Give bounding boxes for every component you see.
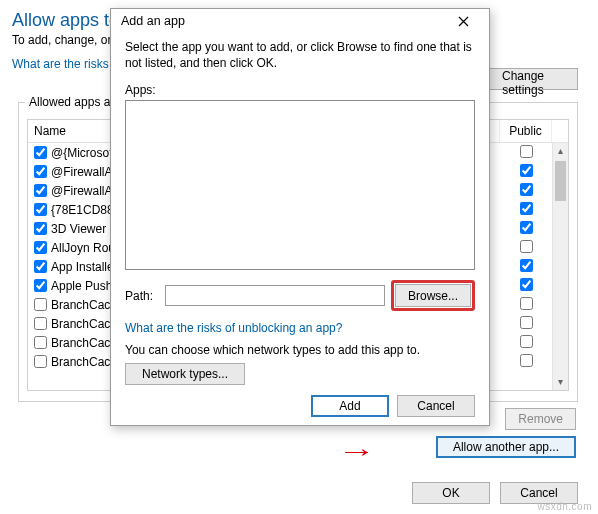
- add-button[interactable]: Add: [311, 395, 389, 417]
- row-enable-checkbox[interactable]: [34, 203, 47, 216]
- row-name-label: 3D Viewer: [51, 222, 106, 236]
- row-enable-checkbox[interactable]: [34, 317, 47, 330]
- row-name-label: @{Microsoft: [51, 146, 116, 160]
- row-public-checkbox[interactable]: [520, 202, 533, 215]
- ok-button[interactable]: OK: [412, 482, 490, 504]
- row-name-label: BranchCach: [51, 298, 117, 312]
- annotation-arrow-icon: →: [338, 436, 377, 467]
- row-public-checkbox[interactable]: [520, 183, 533, 196]
- unblock-risks-link[interactable]: What are the risks of unblocking an app?: [125, 321, 342, 335]
- group-label: Allowed apps an: [25, 95, 121, 109]
- row-enable-checkbox[interactable]: [34, 222, 47, 235]
- row-enable-checkbox[interactable]: [34, 146, 47, 159]
- row-enable-checkbox[interactable]: [34, 355, 47, 368]
- row-enable-checkbox[interactable]: [34, 165, 47, 178]
- row-public-checkbox[interactable]: [520, 164, 533, 177]
- row-public-checkbox[interactable]: [520, 145, 533, 158]
- apps-list-label: Apps:: [125, 83, 475, 97]
- remove-button[interactable]: Remove: [505, 408, 576, 430]
- row-name-label: App Installer: [51, 260, 118, 274]
- add-app-dialog: Add an app Select the app you want to ad…: [110, 8, 490, 426]
- row-enable-checkbox[interactable]: [34, 184, 47, 197]
- path-input[interactable]: [165, 285, 385, 306]
- row-enable-checkbox[interactable]: [34, 336, 47, 349]
- row-public-checkbox[interactable]: [520, 259, 533, 272]
- row-enable-checkbox[interactable]: [34, 260, 47, 273]
- risks-link[interactable]: What are the risks: [12, 57, 109, 71]
- row-public-checkbox[interactable]: [520, 354, 533, 367]
- row-name-label: AllJoyn Rout: [51, 241, 118, 255]
- path-label: Path:: [125, 289, 157, 303]
- apps-listbox[interactable]: [125, 100, 475, 270]
- row-name-label: BranchCach: [51, 317, 117, 331]
- scroll-down-icon[interactable]: ▾: [553, 374, 568, 390]
- dialog-title: Add an app: [121, 14, 445, 28]
- row-enable-checkbox[interactable]: [34, 241, 47, 254]
- row-name-label: BranchCach: [51, 336, 117, 350]
- row-name-label: BranchCach: [51, 355, 117, 369]
- row-enable-checkbox[interactable]: [34, 298, 47, 311]
- browse-button[interactable]: Browse...: [395, 284, 471, 307]
- dialog-titlebar: Add an app: [111, 9, 489, 33]
- allow-another-app-button[interactable]: Allow another app...: [436, 436, 576, 458]
- dialog-cancel-button[interactable]: Cancel: [397, 395, 475, 417]
- row-public-checkbox[interactable]: [520, 240, 533, 253]
- close-button[interactable]: [445, 9, 481, 33]
- network-types-button[interactable]: Network types...: [125, 363, 245, 385]
- annotation-browse-highlight: Browse...: [391, 280, 475, 311]
- close-icon: [458, 16, 469, 27]
- row-public-checkbox[interactable]: [520, 335, 533, 348]
- dialog-description: Select the app you want to add, or click…: [125, 39, 475, 71]
- col-public[interactable]: Public: [500, 120, 552, 142]
- row-public-checkbox[interactable]: [520, 278, 533, 291]
- row-public-checkbox[interactable]: [520, 316, 533, 329]
- vertical-scrollbar[interactable]: ▴ ▾: [552, 143, 568, 390]
- row-enable-checkbox[interactable]: [34, 279, 47, 292]
- row-public-checkbox[interactable]: [520, 297, 533, 310]
- row-name-label: Apple Push: [51, 279, 112, 293]
- scroll-up-icon[interactable]: ▴: [553, 143, 568, 159]
- watermark: wsxdn.com: [537, 501, 592, 512]
- scroll-thumb[interactable]: [555, 161, 566, 201]
- network-types-description: You can choose which network types to ad…: [125, 343, 475, 357]
- row-public-checkbox[interactable]: [520, 221, 533, 234]
